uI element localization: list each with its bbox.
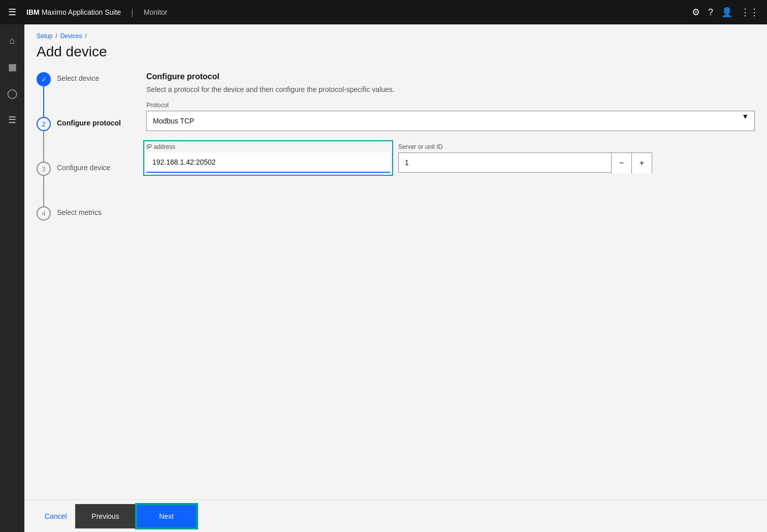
step-2: 2 Configure protocol [37,117,126,131]
main-layout: ⌂ ▦ ◯ ☰ Setup / Devices / Add device [0,24,767,532]
step-1: ✓ Select device [37,72,126,86]
breadcrumb: Setup / Devices / [37,33,755,40]
sidebar-monitor-icon[interactable]: ◯ [0,81,24,106]
step-1-wrapper: ✓ Select device [37,72,126,117]
suite-name: Maximo Application Suite [42,8,121,16]
server-unit-label: Server or unit ID [398,143,652,150]
top-navigation: ☰ IBM Maximo Application Suite | Monitor… [0,0,767,24]
brand-logo: IBM Maximo Application Suite [26,8,121,16]
ip-address-label: IP address [146,143,390,150]
sidebar: ⌂ ▦ ◯ ☰ [0,24,24,532]
hamburger-menu-icon[interactable]: ☰ [8,7,16,18]
app-name: Monitor [144,8,168,16]
ip-address-field-wrapper: IP address [146,143,390,173]
protocol-label: Protocol [146,102,755,109]
step-2-wrapper: 2 Configure protocol [37,117,126,162]
sidebar-home-icon[interactable]: ⌂ [0,28,24,53]
breadcrumb-sep-2: / [85,33,86,40]
breadcrumb-setup[interactable]: Setup [37,33,52,40]
step-3: 3 Configure device [37,162,126,176]
section-title: Configure protocol [146,72,755,81]
server-unit-input-row: 1 − + [398,152,652,173]
step-4-wrapper: 4 Select metrics [37,206,126,221]
server-unit-decrement-button[interactable]: − [611,153,631,173]
top-nav-actions: ⚙ ? 👤 ⋮⋮ [692,7,759,18]
protocol-field-wrapper: Protocol Modbus TCP MQTT OPC-UA REST ▼ [146,102,755,131]
sidebar-dashboard-icon[interactable]: ▦ [0,55,24,79]
server-unit-increment-button[interactable]: + [631,153,652,173]
step-2-circle: 2 [37,117,51,131]
help-icon[interactable]: ? [708,7,713,18]
wizard: ✓ Select device 2 Configure protocol [37,72,755,221]
bottom-bar: Cancel Previous Next [24,499,767,532]
step-3-circle: 3 [37,162,51,176]
ip-address-input[interactable] [146,152,390,173]
fields-row: IP address Server or unit ID 1 − + [146,143,755,173]
protocol-select[interactable]: Modbus TCP MQTT OPC-UA REST [146,111,755,131]
cancel-button[interactable]: Cancel [37,504,75,528]
server-unit-field-wrapper: Server or unit ID 1 − + [398,143,652,173]
step-3-label: Configure device [57,162,110,172]
apps-grid-icon[interactable]: ⋮⋮ [741,7,759,18]
step-1-label: Select device [57,72,99,82]
user-icon[interactable]: 👤 [721,7,732,18]
main-content: Setup / Devices / Add device ✓ Select de… [24,24,767,532]
step-4-label: Select metrics [57,206,102,216]
breadcrumb-devices[interactable]: Devices [60,33,82,40]
step-4-circle: 4 [37,206,51,221]
previous-button[interactable]: Previous [75,504,136,528]
ibm-brand: IBM [26,8,40,16]
next-button[interactable]: Next [136,504,197,528]
step-2-label: Configure protocol [57,117,121,127]
step-4: 4 Select metrics [37,206,126,221]
server-unit-value: 1 [399,153,611,172]
settings-icon[interactable]: ⚙ [692,7,700,18]
sidebar-reports-icon[interactable]: ☰ [0,108,24,132]
steps-panel: ✓ Select device 2 Configure protocol [37,72,138,221]
form-panel: Configure protocol Select a protocol for… [138,72,755,221]
breadcrumb-sep-1: / [55,33,57,40]
page-title: Add device [37,44,755,60]
step-3-wrapper: 3 Configure device [37,162,126,206]
step-1-circle: ✓ [37,72,51,86]
nav-separator: | [131,7,134,18]
section-desc: Select a protocol for the device and the… [146,85,755,93]
content-area: Setup / Devices / Add device ✓ Select de… [24,24,767,499]
